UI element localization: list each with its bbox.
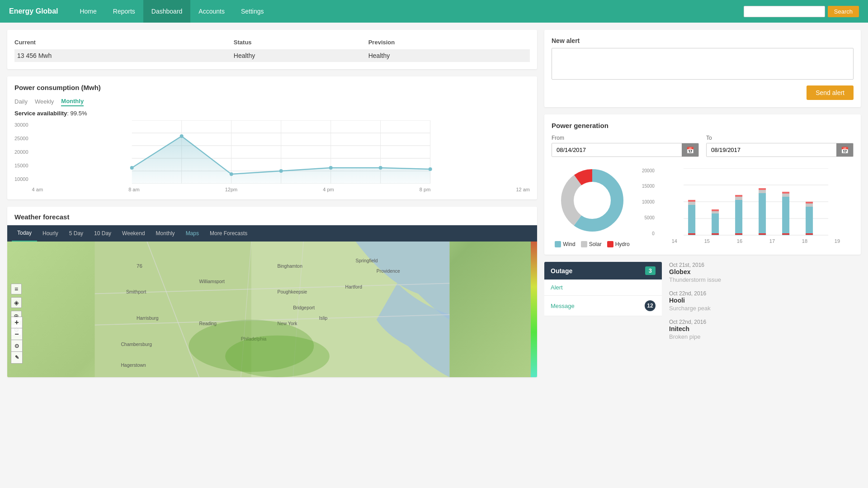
svg-rect-63 [759,193,766,235]
weather-tab-hourly[interactable]: Hourly [37,225,64,242]
prevision-value: Healthy [368,49,530,62]
x-label-4pm: 4 pm [323,187,334,192]
svg-point-13 [130,166,133,170]
svg-rect-73 [712,233,719,235]
wind-color-dot [555,241,561,247]
svg-text:Providence: Providence [377,269,400,274]
svg-rect-64 [759,190,766,193]
to-label: To [706,135,854,141]
svg-rect-60 [735,200,742,235]
outage-item-message[interactable]: Message 12 [544,296,662,316]
alert-company-1: Hooli [669,297,861,304]
svg-text:Springfield: Springfield [356,258,378,263]
send-alert-button[interactable]: Send alert [807,85,854,100]
svg-text:Islip: Islip [319,316,328,321]
nav-reports[interactable]: Reports [105,0,143,23]
solar-label: Solar [589,241,602,247]
zoom-location-button[interactable]: ⊙ [11,340,23,352]
tab-weekly[interactable]: Weekly [35,97,54,106]
nav-accounts[interactable]: Accounts [190,0,233,23]
from-calendar-button[interactable]: 📅 [682,143,698,156]
svg-rect-77 [806,233,813,235]
brand: Energy Global [9,7,58,15]
svg-rect-59 [712,209,719,211]
weather-tab-10day[interactable]: 10 Day [89,225,117,242]
nav-links: Home Reports Dashboard Accounts Settings [71,0,743,23]
weather-tab-maps[interactable]: Maps [180,225,204,242]
alert-company-2: Initech [669,325,861,332]
svg-rect-74 [735,233,742,235]
svg-text:Chambersburg: Chambersburg [121,342,152,347]
line-chart [32,120,530,184]
outage-item-alert[interactable]: Alert [544,280,662,296]
svg-text:Bridgeport: Bridgeport [293,305,315,310]
x-label-8am: 8 am [128,187,139,192]
date-range-row: From 📅 To 📅 [552,135,854,157]
nav-home[interactable]: Home [71,0,104,23]
weather-tab-5day[interactable]: 5 Day [64,225,89,242]
bar-x-17: 17 [769,238,775,244]
weather-tab-weekend[interactable]: Weekend [117,225,150,242]
svg-rect-61 [735,197,742,200]
legend-hydro: Hydro [607,241,630,247]
legend-wind: Wind [555,241,575,247]
zoom-out-button[interactable]: − [11,328,23,340]
to-date-input-wrap: 📅 [706,143,854,157]
bar-x-14: 14 [672,238,677,244]
map-satellite-button[interactable]: ◈ [11,297,22,308]
power-consumption-card: Power consumption (Mwh) Daily Weekly Mon… [7,76,537,199]
solar-color-dot [581,241,587,247]
navbar: Energy Global Home Reports Dashboard Acc… [0,0,868,23]
generation-charts: Wind Solar Hydro [552,164,854,247]
nav-dashboard[interactable]: Dashboard [143,0,191,23]
from-date-input-wrap: 📅 [552,143,699,157]
search-button[interactable]: Search [828,6,859,17]
svg-rect-68 [782,192,789,194]
alert-entry-0: Oct 21st, 2016 Globex Thunderstorm issue [669,262,861,283]
svg-rect-54 [688,205,695,235]
alert-entry-1: Oct 22nd, 2016 Hooli Surcharge peak [669,290,861,312]
alert-entry-2: Oct 22nd, 2016 Initech Broken pipe [669,319,861,340]
donut-chart [552,164,633,237]
bar-x-18: 18 [802,238,807,244]
to-calendar-button[interactable]: 📅 [836,143,853,156]
map-layers-button[interactable]: ≡ [11,284,22,294]
weather-tab-more[interactable]: More Forecasts [204,225,253,242]
from-date-field: From 📅 [552,135,699,157]
col-current: Current [14,37,234,49]
tab-monthly[interactable]: Monthly [61,97,84,106]
x-label-4am: 4 am [32,187,43,192]
weather-tabs: Today Hourly 5 Day 10 Day Weekend Monthl… [7,225,537,242]
bar-x-19: 19 [835,238,840,244]
alert-date-0: Oct 21st, 2016 [669,262,861,268]
zoom-in-button[interactable]: + [11,317,23,328]
map-background: Binghamton Springfield Smithport 76 Will… [7,242,537,377]
svg-rect-76 [782,233,789,235]
search-input[interactable] [744,6,825,17]
power-generation-title: Power generation [552,122,854,129]
weather-tab-monthly[interactable]: Monthly [151,225,180,242]
zoom-edit-button[interactable]: ✎ [11,352,23,364]
weather-tab-today[interactable]: Today [12,225,37,242]
nav-settings[interactable]: Settings [233,0,272,23]
svg-text:Williamsport: Williamsport [199,279,225,284]
svg-rect-75 [759,233,766,235]
outage-header: Outage 3 [544,262,662,280]
svg-rect-65 [759,188,766,190]
new-alert-textarea[interactable] [552,48,854,80]
power-generation-card: Power generation From 📅 To 📅 [544,114,861,255]
legend-solar: Solar [581,241,602,247]
col-prevision: Prevision [368,37,530,49]
svg-text:Binghamton: Binghamton [278,264,303,269]
svg-rect-71 [806,202,813,204]
tab-daily[interactable]: Daily [14,97,28,106]
new-alert-card: New alert Send alert [544,30,861,107]
svg-point-44 [225,336,330,377]
donut-legend: Wind Solar Hydro [555,241,629,247]
svg-rect-57 [712,213,719,235]
y-axis-labels: 30000 25000 20000 15000 10000 [14,120,30,184]
from-date-input[interactable] [552,143,682,156]
outage-title: Outage [551,267,572,275]
to-date-input[interactable] [707,143,836,156]
new-alert-label: New alert [552,37,854,44]
